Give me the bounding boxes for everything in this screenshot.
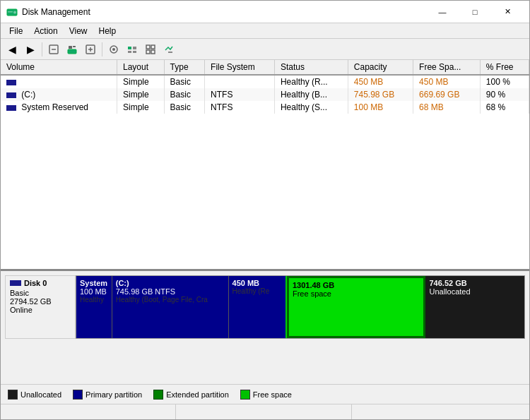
cell-percentfree: 90 % <box>480 88 529 101</box>
partition-size: Unallocated <box>429 287 520 296</box>
menu-file[interactable]: File <box>4 25 28 37</box>
partition-c[interactable]: (C:) 745.98 GB NTFS Healthy (Boot, Page … <box>112 276 229 338</box>
svg-rect-14 <box>133 47 136 49</box>
col-volume: Volume <box>1 60 117 75</box>
maximize-button[interactable]: □ <box>459 5 491 19</box>
partition-size: 745.98 GB NTFS <box>116 287 225 296</box>
legend-primary-label: Primary partition <box>86 390 142 399</box>
disk-map-section: Disk 0 Basic 2794.52 GB Online System 10… <box>1 271 529 384</box>
col-capacity: Capacity <box>348 60 413 75</box>
partition-label: System <box>80 279 108 287</box>
legend-primary: Primary partition <box>73 390 142 400</box>
legend-extended-label: Extended partition <box>166 390 229 399</box>
disk-label-icon <box>10 280 21 286</box>
menu-view[interactable]: View <box>64 25 93 37</box>
toolbar-separator-1 <box>42 42 42 56</box>
legend-unallocated: Unallocated <box>8 390 61 400</box>
toolbar-btn-7[interactable] <box>124 41 141 58</box>
col-percentfree: % Free <box>480 60 529 75</box>
cell-capacity: 745.98 GB <box>348 88 413 101</box>
disk-status: Online <box>10 306 71 314</box>
partition-info: Healthy (Boot, Page File, Cra <box>116 296 225 304</box>
cell-freespace: 68 MB <box>413 101 481 114</box>
window-controls: — □ ✕ <box>426 5 524 19</box>
col-layout: Layout <box>117 60 164 75</box>
toolbar-btn-3[interactable] <box>45 41 62 58</box>
cell-filesystem <box>205 75 275 88</box>
legend-bar: Unallocated Primary partition Extended p… <box>1 384 529 404</box>
col-freespace: Free Spa... <box>413 60 481 75</box>
table-row[interactable]: Simple Basic Healthy (R... 450 MB 450 MB… <box>1 75 529 88</box>
status-section-3 <box>355 404 526 419</box>
partition-free[interactable]: 1301.48 GB Free space <box>287 276 426 338</box>
cell-filesystem: NTFS <box>205 88 275 101</box>
col-type: Type <box>164 60 205 75</box>
partition-450mb[interactable]: 450 MB Healthy (Re <box>229 276 287 338</box>
cell-type: Basic <box>164 101 205 114</box>
volume-table-section: Volume Layout Type File System Status Ca… <box>1 60 529 271</box>
table-row[interactable]: (C:) Simple Basic NTFS Healthy (B... 745… <box>1 88 529 101</box>
menu-action[interactable]: Action <box>28 25 63 37</box>
cell-status: Healthy (R... <box>274 75 348 88</box>
toolbar-btn-4[interactable] <box>64 41 81 58</box>
disk-0-row: Disk 0 Basic 2794.52 GB Online System 10… <box>5 275 525 339</box>
cell-type: Basic <box>164 88 205 101</box>
partition-unallocated[interactable]: 746.52 GB Unallocated <box>425 276 524 338</box>
toolbar-separator-2 <box>102 42 102 56</box>
svg-rect-2 <box>8 11 13 13</box>
disk-name: Disk 0 <box>24 279 47 287</box>
disk-0-partitions: System 100 MB Healthy (C:) 745.98 GB NTF… <box>76 275 525 339</box>
legend-extended: Extended partition <box>153 390 229 400</box>
svg-rect-17 <box>146 45 150 49</box>
partition-size: Free space <box>293 289 420 298</box>
svg-point-1 <box>13 11 16 13</box>
svg-point-12 <box>112 48 115 51</box>
table-header-row: Volume Layout Type File System Status Ca… <box>1 60 529 75</box>
legend-freespace: Free space <box>240 390 292 400</box>
cell-filesystem: NTFS <box>205 101 275 114</box>
menu-bar: File Action View Help <box>1 23 529 39</box>
forward-button[interactable]: ▶ <box>22 41 39 58</box>
legend-extended-box <box>153 390 163 400</box>
svg-rect-20 <box>151 50 155 54</box>
partition-system-reserved[interactable]: System 100 MB Healthy <box>76 276 112 338</box>
toolbar-btn-5[interactable] <box>82 41 99 58</box>
legend-unallocated-label: Unallocated <box>20 390 61 399</box>
svg-rect-15 <box>128 51 131 53</box>
svg-rect-19 <box>146 50 150 54</box>
col-filesystem: File System <box>205 60 275 75</box>
cell-volume: (C:) <box>1 88 117 101</box>
legend-unallocated-box <box>8 390 18 400</box>
col-status: Status <box>274 60 348 75</box>
status-bar <box>1 404 529 419</box>
svg-rect-18 <box>151 45 155 49</box>
partition-info: Healthy <box>80 296 108 304</box>
toolbar-btn-9[interactable] <box>160 41 177 58</box>
app-icon <box>6 6 18 18</box>
legend-freespace-label: Free space <box>253 390 292 399</box>
partition-label: 1301.48 GB <box>293 281 420 289</box>
cell-percentfree: 68 % <box>480 101 529 114</box>
partition-label: 746.52 GB <box>429 279 520 287</box>
close-button[interactable]: ✕ <box>491 5 524 19</box>
disk-label-name: Disk 0 <box>10 279 71 287</box>
partition-label: 450 MB <box>232 279 283 287</box>
table-row[interactable]: System Reserved Simple Basic NTFS Health… <box>1 101 529 114</box>
toolbar-btn-6[interactable] <box>105 41 122 58</box>
cell-capacity: 450 MB <box>348 75 413 88</box>
svg-rect-7 <box>73 46 76 47</box>
minimize-button[interactable]: — <box>426 5 459 19</box>
title-bar-left: Disk Management <box>6 6 90 18</box>
main-area: Volume Layout Type File System Status Ca… <box>1 60 529 404</box>
legend-primary-box <box>73 390 83 400</box>
cell-percentfree: 100 % <box>480 75 529 88</box>
disk-management-window: Disk Management — □ ✕ File Action View H… <box>0 0 530 420</box>
back-button[interactable]: ◀ <box>4 41 20 58</box>
toolbar-btn-8[interactable] <box>142 41 159 58</box>
menu-help[interactable]: Help <box>93 25 122 37</box>
cell-volume <box>1 75 117 88</box>
cell-volume: System Reserved <box>1 101 117 114</box>
cell-freespace: 450 MB <box>413 75 481 88</box>
partition-info: Healthy (Re <box>232 287 283 295</box>
status-section-1 <box>4 404 176 419</box>
